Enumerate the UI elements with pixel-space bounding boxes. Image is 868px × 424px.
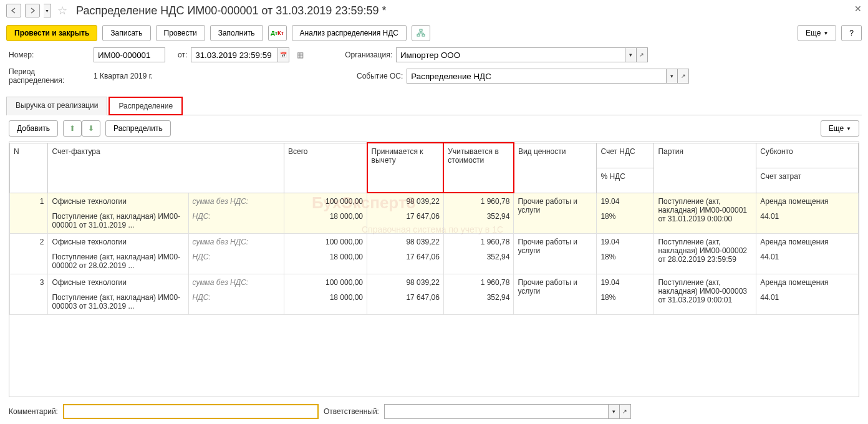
cell-deduct: 98 039,2217 647,06 <box>367 193 444 233</box>
cell-sum-labels: сумма без НДС:НДС: <box>188 193 284 233</box>
distribute-button[interactable]: Распределить <box>105 120 171 137</box>
org-input[interactable] <box>396 47 625 62</box>
calendar-icon[interactable]: 📅 <box>278 47 289 62</box>
col-vat-acc[interactable]: Счет НДС <box>597 143 654 168</box>
cell-sub: Аренда помещения44.01 <box>756 193 859 233</box>
cell-type: Прочие работы и услуги <box>514 274 597 314</box>
favorite-star-icon[interactable]: ☆ <box>57 4 67 17</box>
svg-rect-2 <box>422 34 425 36</box>
cell-sum-labels: сумма без НДС:НДС: <box>188 233 284 274</box>
distribution-table[interactable]: N Счет-фактура Всего Принимается к вычет… <box>9 142 859 397</box>
cell-batch: Поступление (акт, накладная) ИМ00-000003… <box>654 274 756 314</box>
cell-deduct: 98 039,2217 647,06 <box>367 274 444 314</box>
cell-n: 3 <box>10 274 48 314</box>
save-button[interactable]: Записать <box>102 25 150 41</box>
nav-dropdown[interactable]: ▼ <box>44 4 51 17</box>
responsible-input[interactable] <box>384 404 609 419</box>
svg-rect-0 <box>420 29 422 31</box>
cell-batch: Поступление (акт, накладная) ИМ00-000001… <box>654 193 756 233</box>
cell-cost: 1 960,78352,94 <box>443 233 514 274</box>
col-deduct[interactable]: Принимается к вычету <box>367 143 444 193</box>
nav-forward-button[interactable] <box>25 4 40 17</box>
event-input[interactable] <box>407 69 667 84</box>
date-input[interactable] <box>191 47 278 62</box>
tab-distribution[interactable]: Распределение <box>109 97 183 115</box>
cell-batch: Поступление (акт, накладная) ИМ00-000002… <box>654 233 756 274</box>
org-open-icon[interactable]: ↗ <box>637 47 648 62</box>
table-more-button[interactable]: Еще ▼ <box>821 120 859 137</box>
table-row[interactable]: 3 Офисные технологииПоступление (акт, на… <box>10 274 859 314</box>
cell-sub: Аренда помещения44.01 <box>756 274 859 314</box>
move-down-button[interactable]: ⬇ <box>82 120 100 137</box>
number-label: Номер: <box>9 51 90 59</box>
comment-label: Комментарий: <box>9 407 58 416</box>
cell-n: 1 <box>10 193 48 233</box>
post-and-close-button[interactable]: Провести и закрыть <box>6 25 97 41</box>
cell-n: 2 <box>10 233 48 274</box>
cell-total: 100 000,0018 000,00 <box>284 233 367 274</box>
nav-back-button[interactable] <box>6 4 21 17</box>
responsible-dropdown[interactable]: ▾ <box>609 404 620 419</box>
add-button[interactable]: Добавить <box>9 120 58 137</box>
table-row[interactable]: 2 Офисные технологииПоступление (акт, на… <box>10 233 859 274</box>
period-label: Период распределения: <box>9 67 90 85</box>
col-batch[interactable]: Партия <box>654 143 756 193</box>
cell-total: 100 000,0018 000,00 <box>284 274 367 314</box>
col-cost-acc[interactable]: Счет затрат <box>756 168 859 193</box>
cell-cost: 1 960,78352,94 <box>443 193 514 233</box>
col-n[interactable]: N <box>10 143 48 193</box>
col-type[interactable]: Вид ценности <box>514 143 597 193</box>
responsible-label: Ответственный: <box>324 407 379 416</box>
cell-invoice: Офисные технологииПоступление (акт, накл… <box>48 193 188 233</box>
cell-acc: 19.0418% <box>597 274 654 314</box>
vat-analysis-button[interactable]: Анализ распределения НДС <box>292 25 407 41</box>
more-button[interactable]: Еще ▼ <box>798 25 836 41</box>
cell-acc: 19.0418% <box>597 233 654 274</box>
event-label: Событие ОС: <box>357 72 403 80</box>
number-input[interactable] <box>94 47 165 62</box>
cell-type: Прочие работы и услуги <box>514 233 597 274</box>
cell-cost: 1 960,78352,94 <box>443 274 514 314</box>
table-row[interactable]: 1 Офисные технологииПоступление (акт, на… <box>10 193 859 233</box>
col-vat-pct[interactable]: % НДС <box>597 168 654 193</box>
responsible-open-icon[interactable]: ↗ <box>620 404 631 419</box>
cell-total: 100 000,0018 000,00 <box>284 193 367 233</box>
period-value: 1 Квартал 2019 г. <box>94 72 153 80</box>
dtct-button[interactable]: ДтКт <box>268 25 287 41</box>
cell-sum-labels: сумма без НДС:НДС: <box>188 274 284 314</box>
help-button[interactable]: ? <box>841 25 862 41</box>
move-up-button[interactable]: ⬆ <box>63 120 82 137</box>
event-open-icon[interactable]: ↗ <box>678 69 689 84</box>
event-dropdown[interactable]: ▾ <box>667 69 678 84</box>
org-label: Организация: <box>345 51 392 59</box>
cell-invoice: Офисные технологииПоступление (акт, накл… <box>48 233 188 274</box>
svg-rect-1 <box>417 34 420 36</box>
cell-deduct: 98 039,2217 647,06 <box>367 233 444 274</box>
col-total[interactable]: Всего <box>284 143 367 193</box>
date-label: от: <box>178 51 187 59</box>
cell-sub: Аренда помещения44.01 <box>756 233 859 274</box>
structure-button[interactable] <box>412 25 430 41</box>
cell-acc: 19.0418% <box>597 193 654 233</box>
post-button[interactable]: Провести <box>156 25 205 41</box>
window-title: Распределение НДС ИМ00-000001 от 31.03.2… <box>76 4 386 17</box>
col-invoice[interactable]: Счет-фактура <box>48 143 284 193</box>
tab-revenue[interactable]: Выручка от реализации <box>6 97 107 115</box>
fill-button[interactable]: Заполнить <box>210 25 263 41</box>
comment-input[interactable] <box>63 404 319 419</box>
col-cost[interactable]: Учитывается в стоимости <box>443 143 514 193</box>
cell-invoice: Офисные технологииПоступление (акт, накл… <box>48 274 188 314</box>
org-dropdown[interactable]: ▾ <box>625 47 637 62</box>
cell-type: Прочие работы и услуги <box>514 193 597 233</box>
date-extra-icon[interactable]: ▦ <box>297 51 304 59</box>
close-icon[interactable]: ✕ <box>854 4 862 14</box>
col-subconto[interactable]: Субконто <box>756 143 859 168</box>
